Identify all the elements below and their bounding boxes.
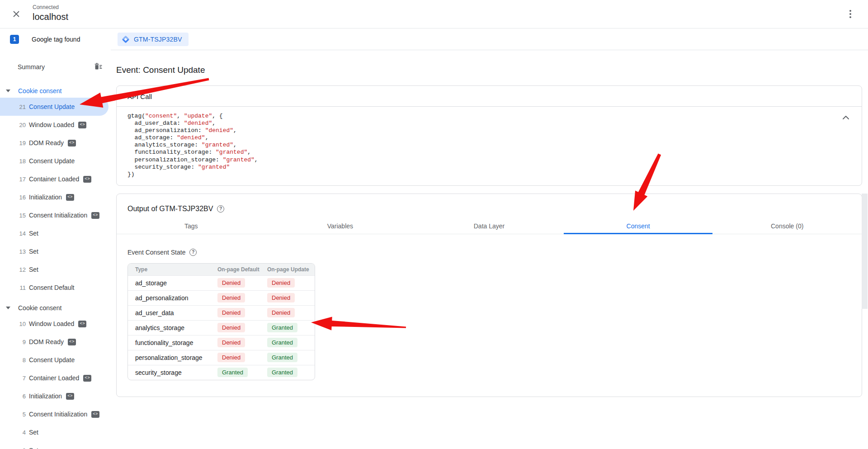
consent-cell: Granted bbox=[267, 365, 315, 380]
close-icon[interactable] bbox=[10, 8, 23, 20]
page-title: Event: Consent Update bbox=[116, 65, 862, 75]
column-header-on-page-default: On-page Default bbox=[217, 264, 267, 276]
tab-console-0[interactable]: Console (0) bbox=[712, 218, 862, 234]
column-header-type: Type bbox=[128, 264, 217, 276]
consent-cell: Denied bbox=[267, 305, 315, 320]
sidebar-item-3-set[interactable]: 3Set bbox=[0, 441, 111, 449]
consent-type: analytics_storage bbox=[128, 320, 217, 335]
consent-cell: Denied bbox=[267, 275, 315, 290]
status-badge-denied: Denied bbox=[267, 278, 295, 288]
sidebar-item-8-consent-update[interactable]: 8Consent Update bbox=[0, 351, 111, 369]
code-badge-icon: <> bbox=[66, 194, 74, 201]
event-number: 10 bbox=[15, 321, 26, 327]
consent-row-ad-storage: ad_storageDeniedDenied bbox=[128, 275, 315, 290]
host-name: localhost bbox=[33, 11, 68, 23]
sidebar-groups: Cookie consent21Consent Update20Window L… bbox=[0, 84, 111, 449]
code-badge-icon: <> bbox=[91, 411, 99, 418]
tab-variables[interactable]: Variables bbox=[266, 218, 415, 234]
sidebar-item-15-consent-initialization[interactable]: 15Consent Initialization<> bbox=[0, 206, 111, 224]
event-number: 13 bbox=[15, 248, 26, 255]
consent-cell: Denied bbox=[217, 290, 267, 305]
event-label: Set bbox=[29, 230, 38, 237]
tab-tags[interactable]: Tags bbox=[117, 218, 266, 234]
sidebar-item-17-container-loaded[interactable]: 17Container Loaded<> bbox=[0, 170, 111, 188]
status-badge-denied: Denied bbox=[217, 323, 245, 332]
sidebar-item-12-set[interactable]: 12Set bbox=[0, 260, 111, 279]
status-badge-denied: Denied bbox=[267, 293, 295, 302]
sidebar-item-18-consent-update[interactable]: 18Consent Update bbox=[0, 152, 111, 170]
group-label: Cookie consent bbox=[18, 304, 62, 312]
sidebar-item-13-set[interactable]: 13Set bbox=[0, 242, 111, 260]
scrollbar-thumb[interactable] bbox=[862, 194, 868, 309]
event-number: 7 bbox=[15, 375, 26, 382]
code-badge-icon: <> bbox=[68, 140, 76, 147]
sidebar-group: Cookie consent10Window Loaded<>9DOM Read… bbox=[0, 301, 111, 449]
code-badge-icon: <> bbox=[91, 212, 99, 219]
top-bar: Connected localhost bbox=[0, 0, 868, 28]
sidebar-item-4-set[interactable]: 4Set bbox=[0, 423, 111, 441]
consent-cell: Denied bbox=[217, 320, 267, 335]
api-call-code: gtag("consent", "update", { ad_user_data… bbox=[127, 113, 835, 178]
event-label: Initialization bbox=[29, 194, 62, 201]
code-badge-icon: <> bbox=[78, 122, 86, 128]
consent-state-title: Event Consent State bbox=[127, 249, 185, 256]
status-label: Connected bbox=[33, 4, 68, 11]
consent-table: TypeOn-page DefaultOn-page Update ad_sto… bbox=[128, 264, 315, 380]
consent-table-wrap: TypeOn-page DefaultOn-page Update ad_sto… bbox=[127, 263, 315, 380]
sidebar-item-10-window-loaded[interactable]: 10Window Loaded<> bbox=[0, 315, 111, 333]
clear-list-icon[interactable] bbox=[93, 62, 103, 72]
event-number: 12 bbox=[15, 266, 26, 273]
chevron-up-icon[interactable] bbox=[840, 112, 852, 124]
status-badge-denied: Denied bbox=[217, 308, 245, 317]
event-label: Set bbox=[29, 248, 38, 255]
sidebar-item-16-initialization[interactable]: 16Initialization<> bbox=[0, 188, 111, 206]
tab-data-layer[interactable]: Data Layer bbox=[415, 218, 564, 234]
consent-cell: Denied bbox=[217, 350, 267, 365]
tab-consent[interactable]: Consent bbox=[564, 218, 713, 234]
sidebar-item-9-dom-ready[interactable]: 9DOM Ready<> bbox=[0, 333, 111, 351]
sidebar-group-header[interactable]: Cookie consent bbox=[0, 301, 111, 315]
event-number: 15 bbox=[15, 212, 26, 219]
event-number: 16 bbox=[15, 194, 26, 201]
api-call-code-area: gtag("consent", "update", { ad_user_data… bbox=[117, 107, 862, 185]
output-tabs: TagsVariablesData LayerConsentConsole (0… bbox=[117, 218, 862, 234]
sidebar-item-19-dom-ready[interactable]: 19DOM Ready<> bbox=[0, 134, 111, 152]
consent-row-personalization-storage: personalization_storageDeniedGranted bbox=[128, 350, 315, 365]
consent-type: ad_user_data bbox=[128, 305, 217, 320]
event-label: Window Loaded bbox=[29, 121, 74, 128]
consent-cell: Granted bbox=[267, 335, 315, 350]
consent-cell: Granted bbox=[267, 320, 315, 335]
sidebar-item-summary[interactable]: Summary bbox=[0, 61, 111, 73]
event-number: 14 bbox=[15, 230, 26, 237]
help-icon[interactable]: ? bbox=[189, 249, 197, 256]
collapse-triangle-icon bbox=[6, 90, 10, 92]
event-number: 17 bbox=[15, 176, 26, 183]
google-tag-bar: 1 Google tag found GTM-TSJP32BV bbox=[0, 28, 868, 50]
consent-type: functionality_storage bbox=[128, 335, 217, 350]
main-panel: Event: Consent Update API Call gtag("con… bbox=[111, 50, 868, 449]
sidebar-group-header[interactable]: Cookie consent bbox=[0, 84, 111, 98]
sidebar-item-7-container-loaded[interactable]: 7Container Loaded<> bbox=[0, 369, 111, 387]
status-badge-granted: Granted bbox=[267, 323, 297, 332]
event-number: 19 bbox=[15, 140, 26, 147]
event-number: 4 bbox=[15, 429, 26, 436]
help-icon[interactable]: ? bbox=[217, 205, 224, 213]
consent-cell: Denied bbox=[217, 305, 267, 320]
sidebar-item-14-set[interactable]: 14Set bbox=[0, 224, 111, 242]
consent-row-ad-personalization: ad_personalizationDeniedDenied bbox=[128, 290, 315, 305]
gtm-container-chip[interactable]: GTM-TSJP32BV bbox=[118, 33, 189, 46]
sidebar-item-21-consent-update[interactable]: 21Consent Update bbox=[0, 98, 108, 116]
event-label: Set bbox=[29, 447, 38, 449]
sidebar-item-5-consent-initialization[interactable]: 5Consent Initialization<> bbox=[0, 405, 111, 423]
sidebar-item-6-initialization[interactable]: 6Initialization<> bbox=[0, 387, 111, 405]
tag-assistant-window: Connected localhost 1 Google tag found G… bbox=[0, 0, 868, 449]
event-label: DOM Ready bbox=[29, 338, 64, 345]
consent-row-ad-user-data: ad_user_dataDeniedDenied bbox=[128, 305, 315, 320]
connection-status: Connected localhost bbox=[33, 4, 68, 23]
status-badge-granted: Granted bbox=[217, 368, 248, 377]
sidebar-item-20-window-loaded[interactable]: 20Window Loaded<> bbox=[0, 116, 111, 134]
kebab-menu-icon[interactable] bbox=[844, 8, 856, 20]
event-number: 9 bbox=[15, 339, 26, 345]
sidebar-item-11-consent-default[interactable]: 11Consent Default bbox=[0, 279, 111, 297]
event-label: Consent Update bbox=[29, 157, 75, 165]
